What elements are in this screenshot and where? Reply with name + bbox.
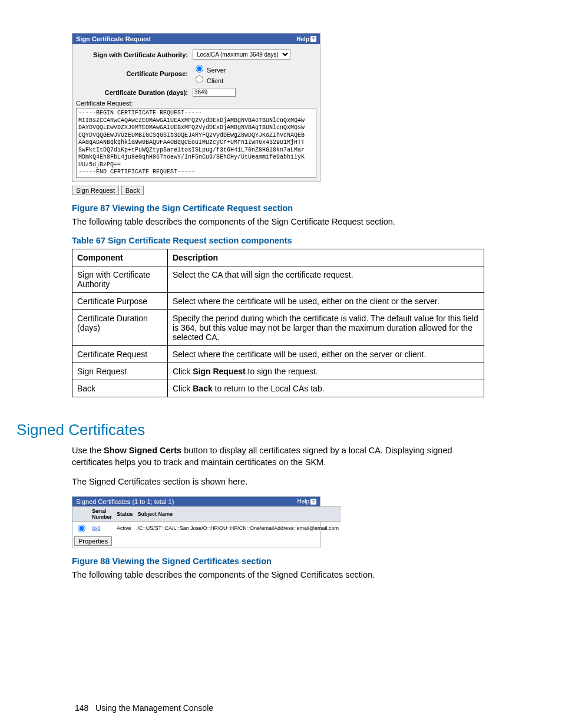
page-footer: 148 Using the Management Console	[75, 703, 213, 713]
signed-panel-title: Signed Certificates (1 to 1; total 1)	[76, 498, 174, 505]
figure-88-caption: Figure 88 Viewing the Signed Certificate…	[72, 556, 490, 566]
table-row: Certificate Request Select where the cer…	[72, 346, 484, 363]
serial-link[interactable]: 0x0	[92, 525, 101, 531]
radio-server[interactable]: Server	[193, 63, 226, 74]
sign-request-button[interactable]: Sign Request	[72, 186, 119, 195]
col-subject: Subject Name	[135, 506, 342, 521]
signed-certs-para2: The Signed Certificates section is shown…	[72, 476, 490, 488]
properties-button[interactable]: Properties	[74, 536, 112, 546]
figure-87-desc: The following table describes the compon…	[72, 216, 490, 228]
panel-help-link[interactable]: Help ?	[296, 36, 316, 42]
table-67-head-component: Component	[72, 249, 168, 266]
col-status: Status	[114, 506, 135, 521]
heading-signed-certs: Signed Certificates	[16, 421, 490, 439]
radio-client[interactable]: Client	[193, 74, 226, 84]
label-sign-with-ca: Sign with Certificate Authority:	[76, 51, 190, 58]
panel-title: Sign Certificate Request	[76, 35, 151, 42]
signed-certs-para1: Use the Show Signed Certs button to disp…	[72, 445, 490, 468]
row-status: Active	[114, 521, 135, 535]
figure-88-desc: The following table describes the compon…	[72, 569, 490, 581]
table-row: Back Click Back to return to the Local C…	[72, 380, 484, 397]
table-row: Sign Request Click Sign Request to sign …	[72, 363, 484, 380]
label-cert-request: Certificate Request:	[76, 98, 316, 108]
table-67: Component Description Sign with Certific…	[72, 249, 484, 397]
table-row: Certificate Duration (days) Specify the …	[72, 310, 484, 346]
row-select-radio[interactable]	[78, 525, 85, 532]
help-icon: ?	[310, 36, 316, 42]
duration-input[interactable]	[193, 88, 236, 97]
table-67-head-description: Description	[168, 249, 484, 266]
table-row: Sign with Certificate Authority Select t…	[72, 266, 484, 293]
panel-title-bar: Sign Certificate Request Help ?	[72, 34, 320, 44]
figure-87-caption: Figure 87 Viewing the Sign Certificate R…	[72, 203, 490, 213]
table-67-title: Table 67 Sign Certificate Request sectio…	[72, 236, 490, 245]
row-subject: /C=US/ST=CA/L=San Jose/O=HP/OU=HP/CN=One…	[135, 521, 342, 535]
col-serial: Serial Number	[90, 506, 114, 521]
label-cert-purpose: Certificate Purpose:	[76, 70, 190, 77]
signed-panel-help[interactable]: Help ?	[297, 498, 316, 505]
label-cert-duration: Certificate Duration (days):	[76, 89, 190, 96]
table-row: Certificate Purpose Select where the cer…	[72, 293, 484, 310]
back-button[interactable]: Back	[121, 186, 144, 195]
ca-select[interactable]: LocalCA (maximum 3649 days)	[193, 50, 290, 60]
signed-certs-panel: Signed Certificates (1 to 1; total 1) He…	[72, 496, 320, 548]
sign-cert-request-panel: Sign Certificate Request Help ? Sign wit…	[72, 33, 320, 182]
help-icon: ?	[310, 499, 316, 505]
table-row: 0x0 Active /C=US/ST=CA/L=San Jose/O=HP/O…	[72, 521, 341, 535]
cert-request-textarea[interactable]: -----BEGIN CERTIFICATE REQUEST----- MIIB…	[76, 108, 316, 178]
